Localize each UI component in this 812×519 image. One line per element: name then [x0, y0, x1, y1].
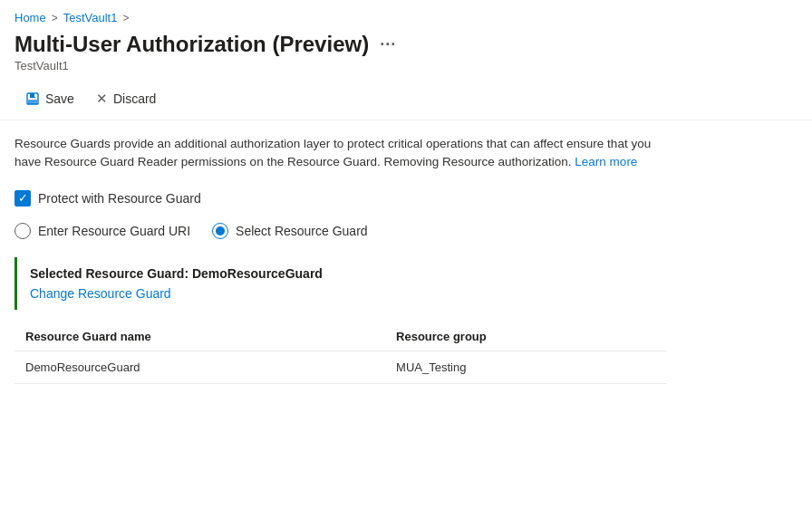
breadcrumb-sep2: > — [122, 12, 129, 24]
save-label: Save — [45, 91, 74, 106]
radio-select-label: Select Resource Guard — [236, 224, 368, 238]
svg-rect-3 — [34, 94, 36, 98]
table-row: DemoResourceGuard MUA_Testing — [14, 351, 667, 383]
more-options-icon[interactable]: ··· — [380, 35, 396, 54]
breadcrumb-sep1: > — [52, 12, 58, 24]
checkmark-icon: ✓ — [18, 192, 28, 204]
save-icon — [25, 91, 40, 106]
page-title-text: Multi-User Authorization (Preview) — [14, 32, 369, 57]
col-header-name: Resource Guard name — [14, 322, 385, 351]
learn-more-link[interactable]: Learn more — [575, 155, 637, 168]
radio-options-row: Enter Resource Guard URI Select Resource… — [14, 223, 798, 239]
radio-option-select[interactable]: Select Resource Guard — [212, 223, 368, 239]
table-header-row: Resource Guard name Resource group — [14, 322, 667, 351]
protect-checkbox-row[interactable]: ✓ Protect with Resource Guard — [14, 190, 798, 207]
protect-checkbox-label: Protect with Resource Guard — [38, 191, 201, 206]
page-subtitle: TestVault1 — [14, 59, 798, 72]
radio-select-button[interactable] — [212, 223, 228, 239]
save-button[interactable]: Save — [14, 86, 85, 111]
selected-guard-title: Selected Resource Guard: DemoResourceGua… — [30, 266, 785, 281]
protect-checkbox[interactable]: ✓ — [14, 190, 31, 207]
discard-button[interactable]: ✕ Discard — [85, 85, 167, 112]
resource-table: Resource Guard name Resource group DemoR… — [14, 322, 667, 384]
radio-uri-label: Enter Resource Guard URI — [38, 224, 190, 238]
toolbar: Save ✕ Discard — [0, 76, 812, 120]
change-resource-guard-link[interactable]: Change Resource Guard — [30, 286, 171, 301]
page-header: Multi-User Authorization (Preview) ··· T… — [0, 32, 812, 76]
radio-select-inner — [216, 226, 225, 235]
discard-label: Discard — [113, 91, 156, 106]
breadcrumb-home[interactable]: Home — [14, 11, 46, 24]
breadcrumb-vault[interactable]: TestVault1 — [63, 11, 118, 24]
discard-icon: ✕ — [96, 91, 108, 107]
content-area: Resource Guards provide an additional au… — [0, 120, 812, 384]
breadcrumb: Home > TestVault1 > — [0, 0, 812, 32]
description-text: Resource Guards provide an additional au… — [14, 135, 667, 172]
table-cell-name: DemoResourceGuard — [14, 351, 385, 383]
table-cell-group: MUA_Testing — [385, 351, 667, 383]
radio-uri-button[interactable] — [14, 223, 31, 239]
selected-guard-box: Selected Resource Guard: DemoResourceGua… — [14, 257, 798, 310]
radio-option-uri[interactable]: Enter Resource Guard URI — [14, 223, 190, 239]
svg-rect-2 — [28, 100, 37, 104]
col-header-group: Resource group — [385, 322, 667, 351]
